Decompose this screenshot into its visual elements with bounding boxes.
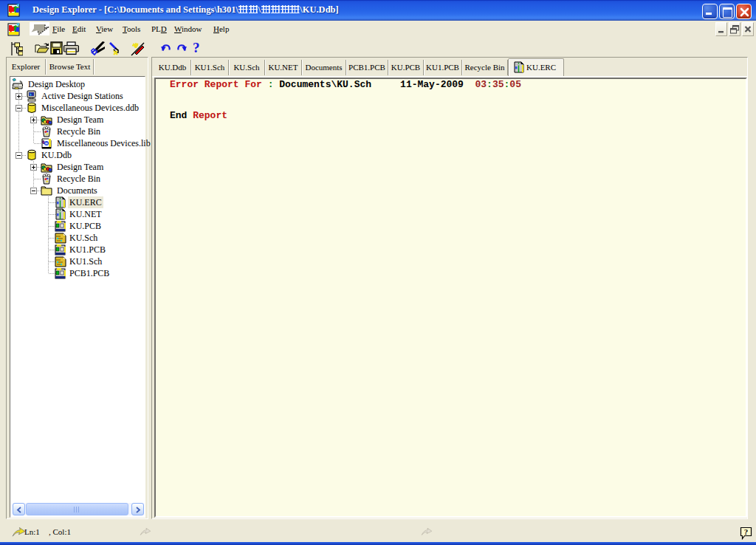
svg-text:?: ?	[744, 527, 749, 536]
